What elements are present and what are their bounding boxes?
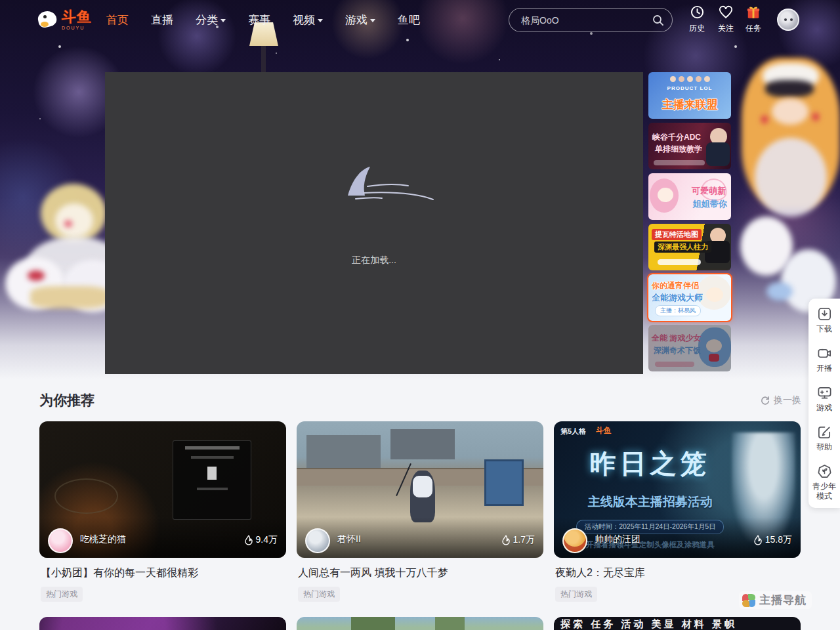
ritual-circle — [54, 478, 119, 514]
event-headline: 昨日之笼 — [564, 446, 736, 482]
teen-mode-button[interactable]: 青少年模式 — [808, 464, 840, 501]
help-label: 帮助 — [810, 442, 838, 452]
shark-fin-loading-icon — [341, 164, 440, 209]
banner-badge: PRODUCT LOL — [648, 85, 731, 91]
stream-card: 吃桃芝的猫 9.4万 【小奶团】有你的每一天都很精彩 热门游戏 — [39, 421, 286, 602]
promo-banner-list: PRODUCT LOL 主播来联盟 峡谷千分ADC 单排细致教学 可爱萌新 姐姐… — [648, 72, 731, 371]
building-block — [306, 435, 381, 471]
stream-thumbnail-partial[interactable]: 探索 任务 活动 美显 材料 景帜 — [554, 617, 801, 630]
nav-item-live[interactable]: 直播 — [151, 12, 173, 28]
teen-mode-label: 青少年模式 — [810, 482, 838, 501]
host-head — [687, 76, 693, 82]
chevron-down-icon — [318, 19, 323, 22]
category-tag[interactable]: 热门游戏 — [555, 587, 597, 602]
streamer-navigator-widget[interactable]: 主播导航 — [739, 591, 812, 609]
streamer-avatar[interactable] — [48, 528, 73, 553]
stream-title[interactable]: 【小奶团】有你的每一天都很精彩 — [39, 566, 286, 580]
next-row-cards: 探索 任务 活动 美显 材料 景帜 — [39, 617, 801, 630]
in-game-menu — [173, 440, 251, 520]
game-monitor-icon — [817, 385, 832, 400]
banner-lol-alliance[interactable]: PRODUCT LOL 主播来联盟 — [648, 72, 731, 119]
girl-outfit — [755, 138, 827, 217]
banner-host-pill: 主播：林易风 — [655, 305, 701, 316]
streamer-avatar[interactable] — [305, 528, 330, 553]
history-button[interactable]: 历史 — [682, 5, 711, 34]
banner-cute-newcomer[interactable]: 可爱萌新 姐姐带你 — [648, 173, 731, 220]
streamer-name[interactable]: 君怀II — [337, 534, 361, 545]
help-button[interactable]: 帮助 — [808, 425, 840, 452]
tasks-label: 任务 — [739, 23, 768, 34]
tasks-button[interactable]: 任务 — [739, 5, 768, 34]
stream-title[interactable]: 人间总有一两风 填我十万八千梦 — [297, 566, 543, 580]
douyu-logo[interactable]: 斗鱼 DOUYU — [37, 10, 92, 30]
viewer-count: 9.4万 — [244, 534, 278, 546]
nav-item-yuba[interactable]: 鱼吧 — [398, 12, 420, 28]
host-head — [704, 76, 710, 82]
banner-line2: 姐姐带你 — [693, 198, 727, 210]
doll-mouth — [64, 220, 72, 227]
refresh-icon — [760, 395, 770, 406]
stream-thumbnail-partial[interactable] — [39, 617, 286, 630]
stream-thumbnail[interactable]: 君怀II 1.7万 — [297, 421, 543, 558]
banner-adc-teaching[interactable]: 峡谷千分ADC 单排细致教学 — [648, 123, 731, 169]
banner-allnight-companion[interactable]: 你的通宵伴侣 全能游戏大师 主播：林易风 — [648, 274, 731, 321]
refresh-button[interactable]: 换一换 — [760, 394, 801, 406]
bulletin-board — [484, 459, 524, 506]
follow-label: 关注 — [711, 23, 740, 34]
streamer-avatar[interactable] — [562, 528, 587, 553]
stream-thumbnail[interactable]: 第5人格 斗鱼 昨日之笼 主线版本主播招募活动 活动时间：2025年11月24日… — [554, 421, 801, 558]
plush-mouth — [28, 270, 45, 281]
streamer-name[interactable]: 吃桃芝的猫 — [80, 534, 126, 545]
anime-boy-face — [706, 287, 723, 302]
logo-brand: 斗鱼 — [62, 10, 92, 24]
hot-flame-icon — [244, 535, 253, 545]
category-tag[interactable]: 热门游戏 — [41, 587, 83, 602]
download-icon — [817, 306, 832, 322]
download-label: 下载 — [810, 324, 838, 334]
search-icon[interactable] — [652, 14, 664, 26]
top-navigation-bar: 斗鱼 DOUYU 首页 直播 分类 赛事 视频 游戏 鱼吧 历史 — [0, 0, 840, 39]
nav-item-esports[interactable]: 赛事 — [248, 12, 270, 28]
stream-thumbnail[interactable]: 吃桃芝的猫 9.4万 — [39, 421, 286, 558]
logo-text: 斗鱼 DOUYU — [62, 10, 92, 30]
search-input[interactable] — [521, 15, 652, 26]
clock-icon — [690, 5, 704, 19]
host-head — [670, 76, 676, 82]
hot-flame-icon — [753, 535, 763, 545]
banner-teyvat-map[interactable]: 提瓦特活地图 深渊最强人柱力 — [648, 224, 731, 270]
camera-icon — [817, 346, 832, 361]
viewer-count: 15.8万 — [753, 534, 792, 546]
banner-game-girl[interactable]: 全能 游戏少女 深渊奇术下饭 — [648, 325, 731, 371]
hot-flame-icon — [501, 535, 511, 545]
nav-item-video[interactable]: 视频 — [293, 12, 323, 28]
nav-item-games[interactable]: 游戏 — [345, 12, 375, 28]
download-button[interactable]: 下载 — [808, 306, 840, 334]
stream-card: 君怀II 1.7万 人间总有一两风 填我十万八千梦 热门游戏 — [297, 421, 543, 602]
teen-shield-icon — [817, 464, 832, 479]
streamer-body — [706, 142, 730, 166]
girl-sunglasses — [765, 80, 814, 97]
anime-girl-face — [658, 188, 673, 202]
stream-thumbnail-partial[interactable] — [297, 617, 543, 630]
banner-line1: 提瓦特活地图 — [652, 229, 702, 240]
search-box[interactable] — [509, 8, 673, 32]
banner-line2: 深渊最强人柱力 — [654, 242, 711, 253]
follow-button[interactable]: 关注 — [711, 5, 740, 34]
banner-caption — [654, 160, 705, 165]
banner-dim-overlay — [648, 325, 731, 371]
loading-text: 正在加载... — [105, 255, 643, 266]
live-player-loading: 正在加载... — [105, 72, 643, 374]
game-center-label: 游戏 — [810, 403, 838, 413]
stream-title[interactable]: 夜勤人2：无尽宝库 — [554, 566, 801, 580]
stream-card: 第5人格 斗鱼 昨日之笼 主线版本主播招募活动 活动时间：2025年11月24日… — [554, 421, 801, 602]
viewer-count: 1.7万 — [501, 534, 535, 546]
category-tag[interactable]: 热门游戏 — [298, 587, 340, 602]
game-center-button[interactable]: 游戏 — [808, 385, 840, 413]
nav-item-categories[interactable]: 分类 — [196, 12, 226, 28]
start-stream-button[interactable]: 开播 — [808, 346, 840, 373]
plush-scarf — [30, 286, 109, 308]
streamer-name[interactable]: 帅帅的汪团 — [595, 534, 640, 545]
widget-label: 主播导航 — [759, 593, 807, 608]
user-avatar[interactable] — [777, 9, 799, 31]
nav-item-home[interactable]: 首页 — [106, 12, 129, 28]
